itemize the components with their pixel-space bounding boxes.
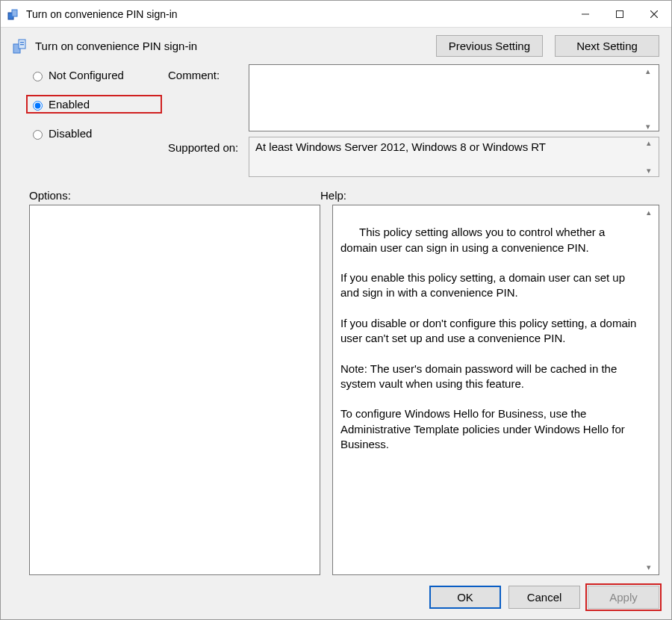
svg-rect-8 [20,42,24,43]
minimize-button[interactable] [568,1,603,28]
policy-icon [13,38,29,55]
comment-textarea[interactable] [249,64,659,131]
window-controls [568,1,671,28]
radio-disabled[interactable]: Disabled [29,127,162,140]
radio-enabled[interactable]: Enabled [26,95,162,114]
window-title: Turn on convenience PIN sign-in [26,8,568,20]
comment-label: Comment: [168,64,243,81]
previous-setting-button[interactable]: Previous Setting [436,35,543,57]
radio-enabled-label: Enabled [49,98,90,111]
scroll-down-icon: ▾ [646,123,656,131]
radio-not-configured[interactable]: Not Configured [29,69,162,81]
supported-on-value: At least Windows Server 2012, Windows 8 … [255,140,546,153]
cancel-button[interactable]: Cancel [508,586,580,609]
next-setting-button[interactable]: Next Setting [555,35,659,57]
supported-on-label: Supported on: [168,137,243,154]
scroll-down-icon: ▾ [647,167,657,175]
settings-grid: Not Configured Enabled Disabled Comment:… [1,61,671,180]
footer-buttons: OK Cancel Apply [1,575,671,619]
header-row: Turn on convenience PIN sign-in Previous… [1,28,671,61]
radio-disabled-input[interactable] [33,130,43,140]
policy-dialog-window: Turn on convenience PIN sign-in Turn on … [0,0,672,620]
radio-not-configured-input[interactable] [33,72,43,81]
options-label: Options: [13,189,304,202]
help-label: Help: [316,189,659,202]
supported-on-box: At least Windows Server 2012, Windows 8 … [249,137,659,177]
ok-button[interactable]: OK [429,586,501,609]
titlebar: Turn on convenience PIN sign-in [1,1,671,28]
options-pane[interactable] [29,205,320,575]
radio-not-configured-label: Not Configured [49,69,124,81]
radio-disabled-label: Disabled [49,127,92,140]
panes: This policy setting allows you to contro… [1,205,671,575]
state-radios: Not Configured Enabled Disabled [13,64,162,153]
svg-rect-9 [20,44,24,45]
comment-box: ▴ ▾ [249,64,659,134]
help-pane[interactable]: This policy setting allows you to contro… [332,205,659,575]
maximize-button[interactable] [603,1,637,28]
apply-button[interactable]: Apply [588,586,659,609]
scroll-up-icon: ▴ [646,67,656,75]
radio-enabled-input[interactable] [33,101,43,111]
help-content: This policy setting allows you to contro… [340,226,640,450]
app-icon [7,7,20,21]
svg-rect-3 [617,10,623,17]
scroll-up-icon: ▴ [647,208,657,217]
scroll-up-icon: ▴ [647,139,657,147]
scroll-down-icon: ▾ [647,563,657,571]
supported-on-field: At least Windows Server 2012, Windows 8 … [249,137,659,177]
svg-rect-1 [12,10,17,16]
pane-labels: Options: Help: [1,180,671,205]
policy-title: Turn on convenience PIN sign-in [35,40,430,52]
close-button[interactable] [637,1,671,28]
